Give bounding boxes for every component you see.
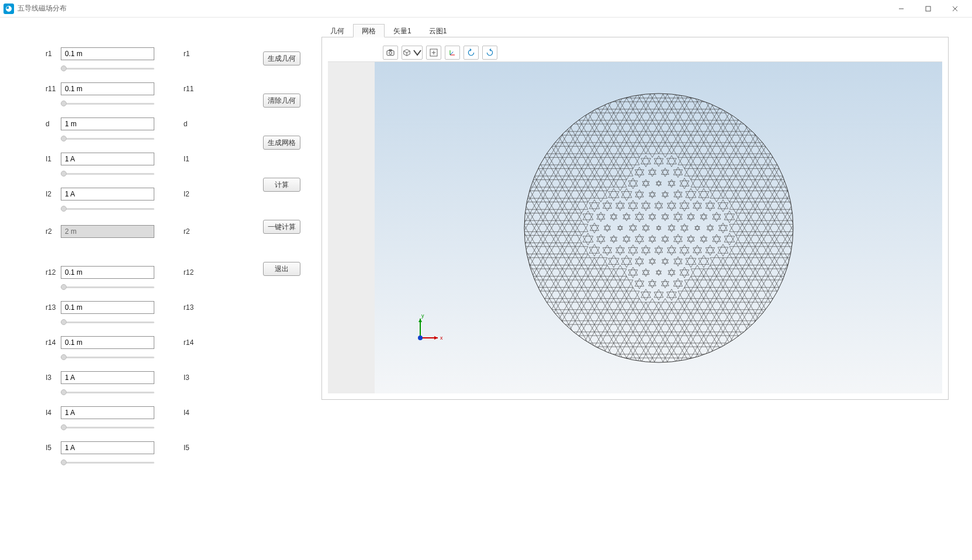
param-slider-I4[interactable] (61, 425, 154, 430)
tab-bar: 几何网格矢量1云图1 (321, 23, 949, 37)
param-slider-r14[interactable] (61, 355, 154, 359)
param-input-I1[interactable] (61, 153, 154, 165)
param-label-right-r2: r2 (184, 227, 190, 236)
build-mesh-button[interactable]: 生成网格 (263, 136, 300, 150)
param-label-right-r13: r13 (184, 303, 193, 312)
view-area: x y (321, 37, 949, 400)
param-label-I4: I4 (46, 409, 61, 417)
parameter-panel: r1r1r11r11ddI1I1I2I2r2r2r12r12r13r13r14r… (0, 18, 263, 560)
one-click-compute-button[interactable]: 一键计算 (263, 220, 300, 234)
param-label-r14: r14 (46, 338, 61, 347)
clear-geometry-button[interactable]: 清除几何 (263, 94, 300, 108)
param-label-I3: I3 (46, 374, 61, 382)
param-label-right-I4: I4 (184, 409, 189, 417)
param-label-I2: I2 (46, 190, 61, 198)
snapshot-icon[interactable] (383, 46, 398, 60)
param-label-right-I5: I5 (184, 444, 189, 452)
zoom-extents-icon[interactable] (426, 46, 441, 60)
param-input-r14[interactable] (61, 336, 154, 349)
param-slider-I3[interactable] (61, 390, 154, 395)
mesh-viewport[interactable]: x y (375, 62, 942, 393)
param-label-r2: r2 (46, 227, 61, 236)
svg-point-19 (418, 336, 423, 340)
param-label-right-r11: r11 (184, 85, 193, 93)
param-label-right-d: d (184, 120, 188, 128)
tab-geom[interactable]: 几何 (321, 24, 353, 37)
param-input-I4[interactable] (61, 406, 154, 419)
param-slider-I5[interactable] (61, 460, 154, 465)
param-input-I2[interactable] (61, 188, 154, 201)
param-slider-r11[interactable] (61, 101, 154, 106)
param-slider-r13[interactable] (61, 320, 154, 324)
param-label-d: d (46, 120, 61, 128)
param-input-r12[interactable] (61, 266, 154, 279)
param-label-right-I3: I3 (184, 374, 189, 382)
exit-button[interactable]: 退出 (263, 262, 300, 276)
window-title: 五导线磁场分布 (18, 4, 67, 13)
svg-line-10 (450, 51, 453, 54)
tab-mesh[interactable]: 网格 (353, 24, 385, 37)
svg-marker-14 (434, 336, 438, 340)
param-slider-I1[interactable] (61, 171, 154, 176)
maximize-button[interactable] (915, 0, 942, 18)
svg-marker-17 (418, 319, 422, 322)
compute-button[interactable]: 计算 (263, 178, 300, 192)
param-input-r1[interactable] (61, 47, 154, 60)
param-slider-r1[interactable] (61, 66, 154, 71)
svg-point-5 (389, 51, 392, 54)
app-icon (4, 4, 14, 14)
tab-vec1[interactable]: 矢量1 (385, 24, 420, 37)
svg-rect-1 (926, 6, 931, 11)
param-label-I1: I1 (46, 155, 61, 163)
minimize-button[interactable] (888, 0, 915, 18)
tab-surf1[interactable]: 云图1 (420, 24, 456, 37)
param-input-r11[interactable] (61, 82, 154, 95)
param-label-r1: r1 (46, 50, 61, 58)
param-input-d[interactable] (61, 117, 154, 130)
param-input-r13[interactable] (61, 301, 154, 314)
canvas-sidebar (328, 62, 375, 393)
svg-text:y: y (421, 313, 424, 319)
svg-rect-6 (389, 49, 392, 50)
param-label-right-I2: I2 (184, 190, 189, 198)
svg-text:x: x (440, 335, 443, 341)
param-label-r13: r13 (46, 303, 61, 312)
build-geometry-button[interactable]: 生成几何 (263, 51, 300, 65)
param-label-r12: r12 (46, 268, 61, 276)
rotate-ccw-icon[interactable] (463, 46, 479, 60)
view-panel: 几何网格矢量1云图1 (321, 18, 972, 560)
close-button[interactable] (942, 0, 968, 18)
param-label-r11: r11 (46, 85, 61, 93)
param-label-right-r1: r1 (184, 50, 190, 58)
view-cube-icon[interactable] (402, 46, 423, 60)
param-label-right-r14: r14 (184, 338, 193, 347)
param-slider-r12[interactable] (61, 285, 154, 289)
axis-triad-icon[interactable] (445, 46, 460, 60)
mesh-graphic (518, 88, 799, 368)
param-input-I3[interactable] (61, 371, 154, 384)
param-slider-I2[interactable] (61, 206, 154, 211)
param-label-right-r12: r12 (184, 268, 193, 276)
param-input-I5[interactable] (61, 441, 154, 454)
titlebar: 五导线磁场分布 (0, 0, 972, 18)
action-column: 生成几何 清除几何 生成网格 计算 一键计算 退出 (263, 18, 321, 560)
param-label-I5: I5 (46, 444, 61, 452)
param-input-r2 (61, 225, 154, 238)
view-toolbar (328, 43, 942, 62)
param-slider-d[interactable] (61, 136, 154, 141)
param-label-right-I1: I1 (184, 155, 189, 163)
rotate-cw-icon[interactable] (482, 46, 497, 60)
axis-gizmo: x y (410, 312, 445, 347)
